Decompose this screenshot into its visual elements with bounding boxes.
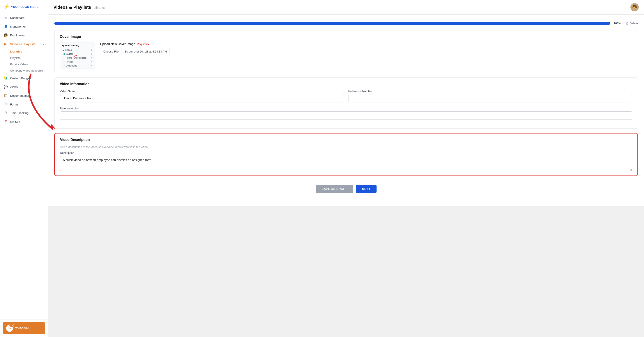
preview-menu-policies: 📄 Policies› — [62, 60, 93, 64]
reference-link-group: Reference Link — [60, 107, 632, 120]
chevron-icon: › — [44, 112, 44, 114]
sidebar-item-label: Videos & Playlists — [10, 42, 36, 46]
cover-preview: Tyfoom Library ▶ Videos› 🔰 Badges› 📑 For… — [60, 42, 95, 68]
video-information-section: Video Information Video Name Reference N… — [54, 77, 638, 129]
cover-image-row: Tyfoom Library ▶ Videos› 🔰 Badges› 📑 For… — [60, 42, 632, 68]
description-label: Description — [60, 151, 632, 154]
sidebar-item-employees[interactable]: 🧑 Employees › — [0, 31, 48, 40]
chevron-icon: › — [44, 94, 44, 97]
sidebar-item-label: Time Tracking — [10, 111, 28, 115]
description-group: Description A quick video on how an empl… — [60, 151, 632, 171]
documentation-icon: 📋 — [4, 94, 8, 98]
custom-badges-icon: 🔰 — [4, 76, 8, 80]
sidebar-item-label: Forms — [10, 103, 18, 106]
preview-menu-forms: 📑 Forms (Uncompleted)› — [62, 56, 93, 60]
preview-menu-videos: ▶ Videos› — [62, 48, 93, 52]
main-area: Videos & Playlists Libraries 🧑 100% 🗑 De… — [48, 0, 644, 337]
description-hint: Add a description to the video so everyo… — [60, 145, 632, 149]
upload-label-text: Upload New Cover Image — [100, 42, 135, 46]
video-description-title: Video Description — [60, 138, 632, 142]
file-input-row: Choose File Screenshot 20...28 at 4.53.1… — [100, 48, 170, 55]
sidebar-bottom: S 18 TYFOOM — [0, 319, 48, 337]
sidebar-item-company-video-schedule[interactable]: Company Video Schedule — [10, 67, 48, 74]
file-name-display: Screenshot 20...28 at 4.53.13 PM — [122, 48, 170, 55]
sidebar-item-forms[interactable]: 📑 Forms › — [0, 100, 48, 109]
sidebar-item-priority-videos[interactable]: Priority Videos — [10, 61, 48, 67]
preview-menu-certificates: 🎓 Certificates› — [62, 68, 93, 68]
video-name-input[interactable] — [60, 94, 344, 102]
sidebar-item-libraries[interactable]: Libraries — [10, 48, 48, 55]
sidebar-item-label: Employees — [10, 34, 25, 37]
video-info-title: Video Information — [60, 82, 632, 86]
cover-image-title: Cover Image — [60, 35, 632, 39]
sidebar-item-label: On-Site — [10, 120, 20, 123]
logo-text: YOUR LOGO HERE — [11, 5, 38, 8]
dashboard-icon: ⊞ — [4, 16, 8, 20]
preview-menu-documents: 📄 Documents› — [62, 64, 93, 68]
forms-icon: 📑 — [4, 102, 8, 106]
video-name-label: Video Name — [60, 89, 344, 93]
reference-link-input[interactable] — [60, 111, 632, 120]
required-badge: Required● — [137, 43, 149, 46]
video-name-group: Video Name — [60, 89, 344, 102]
videos-icon: ▶ — [4, 42, 8, 46]
next-button[interactable]: NEXT — [356, 185, 377, 193]
alerts-icon: 💬 — [4, 85, 8, 89]
avatar[interactable]: 🧑 — [630, 3, 639, 11]
save-as-draft-button[interactable]: SAVE AS DRAFT — [316, 185, 353, 193]
choose-file-button[interactable]: Choose File — [100, 48, 122, 55]
topbar: Videos & Playlists Libraries 🧑 — [48, 0, 644, 15]
delete-button[interactable]: 🗑 Delete — [626, 22, 638, 25]
main-nav: ⊞ Dashboard 👤 Management › 🧑 Employees ›… — [0, 13, 48, 126]
sidebar-item-management[interactable]: 👤 Management › — [0, 22, 48, 31]
progress-bar-fill — [54, 22, 610, 25]
preview-title: Tyfoom Library — [62, 44, 93, 47]
notification-badge: 18 — [9, 324, 14, 327]
sidebar-item-playlists[interactable]: Playlists — [10, 55, 48, 61]
delete-label: Delete — [630, 22, 638, 25]
sidebar-item-documentation[interactable]: 📋 Documentation › — [0, 91, 48, 100]
progress-bar-container — [54, 22, 610, 25]
progress-row: 100% 🗑 Delete — [54, 19, 638, 27]
sidebar-item-alerts[interactable]: 💬 Alerts › — [0, 82, 48, 91]
sidebar-item-label: Documentation — [10, 94, 30, 97]
chevron-down-icon: ∨ — [43, 43, 44, 45]
upload-label: Upload New Cover Image Required● — [100, 42, 170, 46]
progress-label: 100% — [614, 22, 622, 25]
chevron-icon: › — [44, 25, 44, 28]
sidebar: ⚡ YOUR LOGO HERE ⊞ Dashboard 👤 Managemen… — [0, 0, 48, 337]
tyfoom-button[interactable]: S 18 TYFOOM — [3, 322, 45, 334]
sidebar-item-custom-badges[interactable]: 🔰 Custom Badges — [0, 74, 48, 82]
chevron-icon: › — [44, 120, 44, 123]
chevron-icon: › — [44, 86, 44, 88]
chevron-icon: › — [44, 34, 44, 36]
employees-icon: 🧑 — [4, 33, 8, 37]
sidebar-item-label: Dashboard — [10, 16, 24, 19]
videos-submenu: Libraries Playlists Priority Videos Comp… — [0, 48, 48, 74]
sidebar-item-label: Custom Badges — [10, 77, 31, 80]
cover-image-section: Cover Image Tyfoom Library ▶ Videos› 🔰 B… — [54, 30, 638, 73]
sidebar-item-label: Alerts — [10, 85, 18, 89]
logo-icon: ⚡ — [4, 4, 9, 10]
sidebar-item-videos-playlists[interactable]: ▶ Videos & Playlists ∨ — [0, 40, 48, 48]
action-row: SAVE AS DRAFT NEXT — [54, 180, 638, 198]
sidebar-item-time-tracking[interactable]: ⏱ Time Tracking › — [0, 109, 48, 117]
reference-number-group: Reference Number — [348, 89, 632, 102]
time-tracking-icon: ⏱ — [4, 111, 8, 115]
management-icon: 👤 — [4, 24, 8, 28]
reference-number-label: Reference Number — [348, 89, 632, 93]
content-inner: 100% 🗑 Delete Cover Image Tyfoom Library… — [48, 15, 644, 206]
video-description-section: Video Description Add a description to t… — [54, 133, 638, 176]
tyfoom-logo: S 18 — [6, 325, 13, 332]
description-textarea[interactable]: A quick video on how an employee can dis… — [60, 156, 632, 171]
content-area: 100% 🗑 Delete Cover Image Tyfoom Library… — [48, 15, 644, 337]
sidebar-item-on-site[interactable]: 📍 On-Site › — [0, 117, 48, 126]
page-subtitle: Libraries — [94, 6, 106, 9]
upload-area: Upload New Cover Image Required● Choose … — [100, 42, 170, 55]
tyfoom-label: TYFOOM — [15, 327, 29, 330]
reference-number-input[interactable] — [348, 94, 632, 102]
sidebar-item-label: Management — [10, 25, 28, 28]
topbar-title-area: Videos & Playlists Libraries — [54, 5, 106, 10]
logo-area[interactable]: ⚡ YOUR LOGO HERE — [0, 0, 48, 13]
sidebar-item-dashboard[interactable]: ⊞ Dashboard — [0, 13, 48, 22]
